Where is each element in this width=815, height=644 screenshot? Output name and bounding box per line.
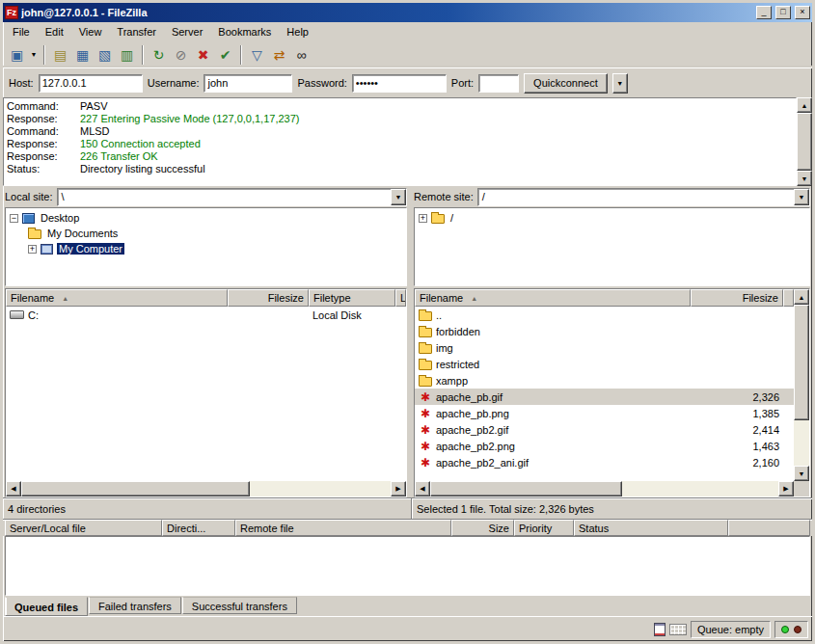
local-site-combobox[interactable]: \ ▼: [57, 188, 407, 206]
scroll-up-icon[interactable]: ▲: [794, 289, 809, 305]
toolbar-separator: [142, 45, 144, 65]
transfer-type-icon: [654, 623, 666, 636]
scrollbar-thumb[interactable]: [430, 481, 622, 496]
scroll-right-icon[interactable]: ▶: [391, 481, 406, 496]
remote-vertical-scrollbar[interactable]: ▲ ▼: [794, 289, 809, 496]
menu-view[interactable]: View: [71, 23, 110, 40]
title-bar: Fz john@127.0.0.1 - FileZilla _ □ ×: [3, 3, 812, 22]
message-log-area: Command:PASV Response:227 Entering Passi…: [3, 97, 812, 186]
queue-toggle-icon[interactable]: ▥: [116, 44, 138, 66]
queue-list[interactable]: [5, 536, 810, 596]
log-line: Response:226 Transfer OK: [7, 150, 793, 163]
column-filetype[interactable]: Filetype: [309, 289, 395, 307]
local-list-body: C: Local Disk: [6, 307, 406, 481]
find-icon[interactable]: ∞: [290, 44, 312, 66]
chevron-down-icon[interactable]: ▼: [391, 189, 406, 205]
close-button[interactable]: ×: [795, 6, 810, 19]
remote-horizontal-scrollbar[interactable]: ◀ ▶: [415, 481, 794, 496]
queue-status-text: Queue: empty: [697, 624, 764, 635]
file-row[interactable]: forbidden: [415, 323, 794, 339]
site-manager-dropdown-icon[interactable]: ▼: [28, 44, 40, 66]
column-filename[interactable]: Filename▲: [415, 289, 691, 307]
column-priority[interactable]: Priority: [514, 520, 574, 536]
remote-site-label: Remote site:: [414, 191, 474, 202]
file-row[interactable]: ✱apache_pb2_ani.gif 2,160: [415, 454, 794, 470]
menu-bookmarks[interactable]: Bookmarks: [210, 23, 279, 40]
column-last-modified[interactable]: L: [395, 289, 406, 307]
scrollbar-thumb[interactable]: [794, 305, 809, 420]
scroll-up-icon[interactable]: ▲: [797, 97, 812, 113]
collapse-icon[interactable]: −: [10, 214, 18, 223]
file-row-selected[interactable]: ✱apache_pb.gif 2,326: [415, 389, 794, 405]
file-row[interactable]: restricted: [415, 356, 794, 372]
file-row[interactable]: ✱apache_pb2.gif 2,414: [415, 421, 794, 438]
image-file-icon: ✱: [419, 408, 432, 419]
menu-transfer[interactable]: Transfer: [109, 23, 164, 40]
tree-item-root[interactable]: + /: [415, 210, 809, 226]
quickconnect-dropdown-icon[interactable]: ▼: [612, 73, 628, 94]
site-manager-icon[interactable]: ▣: [6, 44, 28, 66]
scroll-down-icon[interactable]: ▼: [797, 171, 812, 186]
file-row[interactable]: xampp: [415, 372, 794, 389]
column-server-local-file[interactable]: Server/Local file: [5, 520, 162, 536]
file-row[interactable]: ..: [415, 307, 794, 323]
file-row[interactable]: ✱apache_pb.png 1,385: [415, 405, 794, 421]
refresh-icon[interactable]: ↻: [148, 44, 170, 66]
scroll-left-icon[interactable]: ◀: [6, 481, 21, 496]
remote-site-combobox[interactable]: / ▼: [477, 188, 810, 206]
column-size[interactable]: Size: [451, 520, 514, 536]
expand-icon[interactable]: +: [419, 214, 427, 223]
process-queue-icon[interactable]: ✔: [214, 44, 236, 66]
column-filesize[interactable]: Filesize: [228, 289, 309, 307]
remote-tree-toggle-icon[interactable]: ▧: [94, 44, 116, 66]
local-file-list: Filename▲ Filesize Filetype L C: Local D…: [5, 288, 407, 497]
tab-failed-transfers[interactable]: Failed transfers: [89, 597, 181, 614]
minimize-button[interactable]: _: [756, 6, 772, 19]
local-pane: Local site: \ ▼ − Desktop My Documents: [3, 186, 409, 497]
expand-icon[interactable]: +: [28, 245, 37, 254]
menu-file[interactable]: File: [5, 23, 38, 40]
log-vertical-scrollbar[interactable]: ▲ ▼: [797, 97, 812, 186]
port-input[interactable]: [478, 74, 519, 93]
column-remote-file[interactable]: Remote file: [235, 520, 451, 536]
menu-edit[interactable]: Edit: [38, 23, 71, 40]
file-row[interactable]: ✱apache_pb2.png 1,463: [415, 438, 794, 454]
scroll-right-icon[interactable]: ▶: [778, 481, 794, 496]
file-row[interactable]: img: [415, 339, 794, 356]
password-input[interactable]: [352, 74, 447, 93]
file-row[interactable]: C: Local Disk: [6, 307, 406, 323]
scroll-down-icon[interactable]: ▼: [794, 466, 809, 481]
tree-item-my-documents[interactable]: My Documents: [6, 226, 406, 241]
quickconnect-button[interactable]: Quickconnect: [524, 73, 608, 94]
filter-icon[interactable]: ▽: [246, 44, 268, 66]
tree-item-desktop[interactable]: − Desktop: [6, 210, 406, 226]
scrollbar-thumb[interactable]: [21, 481, 250, 496]
chevron-down-icon[interactable]: ▼: [794, 189, 809, 205]
maximize-button[interactable]: □: [775, 6, 791, 19]
menu-help[interactable]: Help: [279, 23, 316, 40]
username-input[interactable]: [204, 74, 292, 93]
tree-item-my-computer[interactable]: + My Computer: [6, 241, 406, 256]
column-status[interactable]: Status: [574, 520, 728, 536]
log-line: Status:Directory listing successful: [7, 163, 793, 175]
compare-icon[interactable]: ⇄: [268, 44, 290, 66]
column-filesize[interactable]: Filesize: [691, 289, 783, 307]
disconnect-icon[interactable]: ⊘: [170, 44, 192, 66]
local-tree-toggle-icon[interactable]: ▦: [71, 44, 94, 66]
local-horizontal-scrollbar[interactable]: ◀ ▶: [6, 481, 406, 496]
message-log-toggle-icon[interactable]: ▤: [49, 44, 71, 66]
scroll-left-icon[interactable]: ◀: [415, 481, 430, 496]
send-indicator-icon: [794, 626, 801, 633]
column-filler: [783, 289, 794, 307]
sort-asc-icon: ▲: [471, 295, 477, 302]
cancel-icon[interactable]: ✖: [192, 44, 214, 66]
remote-list-header: Filename▲ Filesize: [415, 289, 794, 307]
tab-queued-files[interactable]: Queued files: [5, 597, 88, 616]
column-filename[interactable]: Filename▲: [6, 289, 228, 307]
host-input[interactable]: [39, 74, 143, 93]
column-direction[interactable]: Directi...: [162, 520, 235, 536]
menu-server[interactable]: Server: [164, 23, 210, 40]
scrollbar-thumb[interactable]: [797, 113, 812, 171]
local-site-label: Local site:: [5, 191, 53, 202]
tab-successful-transfers[interactable]: Successful transfers: [182, 597, 297, 614]
